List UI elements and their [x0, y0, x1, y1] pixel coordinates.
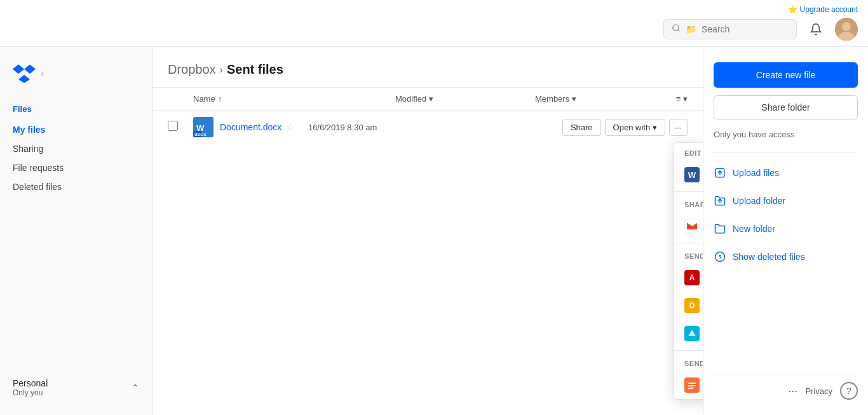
upload-folder-label: Upload folder [733, 196, 785, 206]
svg-marker-7 [18, 75, 30, 83]
header-name[interactable]: Name ↑ [193, 94, 395, 104]
create-new-file-button[interactable]: Create new file [714, 62, 858, 88]
svg-point-0 [673, 24, 679, 30]
sort-asc-icon: ↑ [218, 94, 222, 104]
header-name-label: Name [193, 94, 215, 104]
openwith-dropdown: EDIT W Microsoft Word Online SHARE Gmail [674, 142, 703, 400]
upload-folder-link[interactable]: Upload folder [714, 191, 858, 211]
svg-point-3 [842, 22, 851, 31]
openwith-button[interactable]: Open with ▾ [605, 119, 666, 136]
upgrade-link[interactable]: ⭐ Upgrade account [788, 5, 858, 14]
msword-icon: W [684, 167, 700, 182]
topbar-main: 📁 [663, 18, 858, 41]
access-info: Only you have access [714, 127, 858, 142]
share-button[interactable]: Share [562, 119, 601, 136]
sidebar-logo: ‹ [0, 57, 152, 100]
sidebar-item-filerequests[interactable]: File requests [0, 158, 152, 177]
upload-files-icon [714, 167, 726, 179]
new-folder-label: New folder [733, 224, 775, 234]
content: Dropbox › Sent files Name ↑ Modified ▾ M… [153, 47, 703, 415]
file-checkbox[interactable] [168, 121, 193, 133]
dropdown-item-msword[interactable]: W Microsoft Word Online [674, 161, 703, 189]
svg-line-1 [678, 29, 680, 31]
file-name-wrap: Document.docx ☆ [220, 122, 308, 132]
layout: ‹ Files My files Sharing File requests D… [0, 47, 868, 415]
header-members-label: Members [535, 94, 569, 104]
dropdown-item-hellofax[interactable]: HelloFax [674, 371, 703, 399]
share-section-label: SHARE [674, 194, 703, 212]
sidebar-item-myfiles[interactable]: My files [0, 120, 152, 139]
svg-rect-20 [688, 388, 693, 389]
search-icon [672, 24, 681, 35]
sidebar: ‹ Files My files Sharing File requests D… [0, 47, 153, 415]
sidebar-bottom: Personal Only you ⌃ [0, 371, 152, 405]
hellofax-icon [684, 378, 700, 393]
divider-1 [674, 191, 703, 192]
header-actions[interactable]: ≡ ▾ [649, 94, 688, 104]
show-deleted-label: Show deleted files [733, 252, 805, 262]
dropdown-item-adobesign[interactable]: A Adobe Sign [674, 264, 703, 292]
plan-sub-label: Only you [13, 388, 48, 397]
breadcrumb-current: Sent files [227, 62, 283, 77]
search-input[interactable] [702, 24, 789, 34]
dropdown-item-docusign[interactable]: D DocuSign [674, 292, 703, 320]
sidebar-item-sharing[interactable]: Sharing [0, 139, 152, 158]
avatar[interactable] [835, 18, 858, 41]
plan-label: Personal [13, 378, 48, 388]
svg-text:docx: docx [194, 132, 207, 137]
help-button[interactable]: ? [840, 382, 858, 400]
table-row: W docx Document.docx ☆ 16/6/2019 8:30 am… [153, 111, 703, 144]
show-deleted-icon [714, 250, 726, 263]
file-list-header: Name ↑ Modified ▾ Members ▾ ≡ ▾ [153, 88, 703, 111]
content-header: Dropbox › Sent files [153, 47, 703, 88]
sidebar-bottom-info: Personal Only you [13, 378, 48, 397]
show-deleted-link[interactable]: Show deleted files [714, 247, 858, 267]
right-panel: Create new file Share folder Only you ha… [703, 47, 868, 415]
svg-marker-8 [13, 65, 24, 74]
signature-section-label: SEND FOR SIGNATURE [674, 246, 703, 264]
upload-folder-icon [714, 194, 726, 207]
notifications-button[interactable] [804, 18, 827, 41]
header-modified[interactable]: Modified ▾ [395, 94, 535, 104]
panel-divider [714, 152, 858, 153]
file-name-link[interactable]: Document.docx [220, 122, 281, 132]
breadcrumb-arrow-icon: › [220, 64, 223, 76]
dropdown-item-hellosign[interactable]: HelloSign [674, 320, 703, 348]
privacy-link[interactable]: Privacy [805, 386, 832, 396]
new-folder-link[interactable]: New folder [714, 219, 858, 239]
star-icon: ⭐ [788, 5, 797, 14]
search-bar[interactable]: 📁 [663, 19, 797, 39]
sort-dropdown-icon: ▾ [429, 94, 433, 104]
dropdown-item-gmail[interactable]: Gmail [674, 212, 703, 240]
sidebar-item-deletedfiles[interactable]: Deleted files [0, 177, 152, 196]
header-members[interactable]: Members ▾ [535, 94, 649, 104]
search-folder-icon: 📁 [686, 24, 696, 34]
topbar: ⭐ Upgrade account 📁 [0, 0, 868, 47]
svg-rect-18 [688, 383, 696, 384]
edit-section-label: EDIT [674, 143, 703, 161]
favorite-star-icon[interactable]: ☆ [287, 122, 295, 132]
sidebar-toggle[interactable]: ‹ [41, 68, 44, 79]
openwith-chevron-icon: ▾ [653, 123, 657, 132]
main-area: Dropbox › Sent files Name ↑ Modified ▾ M… [153, 47, 868, 415]
svg-marker-6 [24, 65, 36, 74]
dropbox-logo-icon [13, 62, 36, 85]
sidebar-nav: My files Sharing File requests Deleted f… [0, 120, 152, 196]
more-options-button[interactable]: ··· [669, 119, 688, 136]
header-modified-label: Modified [395, 94, 426, 104]
file-modified-date: 16/6/2019 8:30 am [308, 123, 448, 132]
expand-chevron-icon[interactable]: ⌃ [132, 383, 139, 393]
divider-3 [674, 350, 703, 351]
upgrade-label: Upgrade account [800, 5, 858, 14]
more-options-dots[interactable]: ··· [788, 384, 797, 398]
breadcrumb-home[interactable]: Dropbox [168, 62, 216, 77]
upload-files-link[interactable]: Upload files [714, 163, 858, 183]
file-select-checkbox[interactable] [168, 121, 178, 131]
new-folder-icon [714, 222, 726, 235]
hellosign-icon [684, 326, 700, 341]
divider-2 [674, 243, 703, 243]
share-folder-button[interactable]: Share folder [714, 95, 858, 119]
sidebar-files-title[interactable]: Files [0, 100, 152, 118]
adobesign-icon: A [684, 270, 700, 285]
file-actions: Share Open with ▾ ··· [562, 119, 688, 136]
